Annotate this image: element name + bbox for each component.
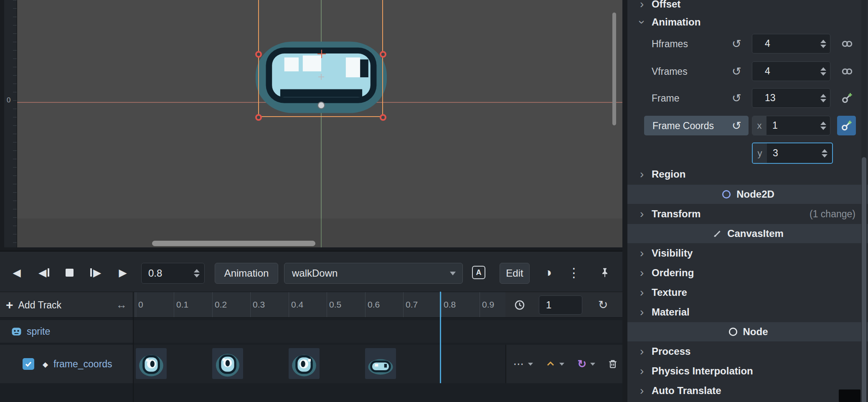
keyframe-thumbnail[interactable] [212,348,243,379]
timeline-ruler[interactable]: 0 0.1 0.2 0.3 0.4 0.5 0.6 0.7 0.8 0.9 [133,292,505,318]
hframes-spinbox[interactable]: 4 [752,34,830,53]
delete-track-button[interactable] [603,345,622,383]
animation-libraries-button[interactable]: A [468,262,490,283]
update-mode-dropdown[interactable]: ⋯ [507,345,539,383]
revert-button[interactable]: ↺ [732,65,741,78]
animation-length-spinbox[interactable]: 1 [539,295,582,315]
more-options-button[interactable]: ⋮ [565,262,583,283]
play-backwards-button[interactable]: ◀ [7,262,27,283]
track-name: frame_coords [53,359,112,370]
revert-button[interactable]: ↺ [732,92,741,105]
value-spinner[interactable] [822,149,827,158]
vertical-scrollbar[interactable] [612,13,616,125]
keyframe-thumbnail[interactable] [289,348,320,379]
chevron-right-icon: › [640,286,644,299]
interpolation-mode-dropdown[interactable] [540,345,570,383]
frame-coords-x-spinbox[interactable]: x 1 [752,116,830,135]
center-marker [318,74,324,80]
edit-button[interactable]: Edit [500,263,530,284]
track-row-sprite[interactable]: sprite [0,320,622,343]
section-animation[interactable]: › Animation [627,13,868,32]
ruler-label: 0.5 [329,300,341,310]
animation-menu-button[interactable]: Animation [215,263,278,284]
chevron-right-icon: › [640,207,644,221]
loop-wrap-mode-dropdown[interactable]: ↻ [571,345,602,383]
value-spinner[interactable] [820,67,826,76]
ruler-label: 0.4 [291,300,303,310]
y-axis-label: y [753,143,767,163]
stop-icon [66,269,74,277]
sprite-node-icon [11,326,22,337]
value-spinner[interactable] [820,94,826,102]
selection-rect [258,0,383,117]
play-backwards-from-end-button[interactable]: ◀ [34,262,54,283]
section-label: Transform [652,208,700,220]
play-button[interactable]: ▶ [113,262,133,283]
vframes-spinbox[interactable]: 4 [752,61,830,81]
stop-button[interactable] [59,262,79,283]
property-vframes: Vframes ↺ 4 [627,58,868,85]
section-visibility[interactable]: › Visibility [627,244,868,263]
ruler-label: 0.3 [253,300,265,310]
time-spinner[interactable] [194,269,200,277]
property-frame-coords-y: y 3 [627,140,868,167]
value-spinner[interactable] [820,122,826,130]
section-transform[interactable]: › Transform (1 change) [627,204,868,224]
play-from-start-button[interactable]: ▶ [86,262,106,283]
frame-spinbox[interactable]: 13 [752,88,830,108]
track-timeline[interactable] [134,320,622,343]
chevron-right-icon: › [640,168,644,181]
section-label: Texture [652,287,687,298]
scrollbar-thumb[interactable] [862,157,866,402]
insert-key-button[interactable] [839,90,855,107]
ruler-label: 0.6 [368,300,380,310]
linked-properties-button[interactable] [839,36,855,52]
track-enabled-checkbox[interactable] [23,358,34,370]
inspector-scrollbar[interactable] [861,0,867,402]
pin-panel-button[interactable] [593,262,617,283]
pivot-handle[interactable] [317,102,325,109]
loop-toggle-button[interactable]: ↻ [598,298,608,312]
current-time-spinbox[interactable]: 0.8 [141,263,205,284]
section-auto-translate[interactable]: › Auto Translate [627,381,868,400]
section-physics-interpolation[interactable]: › Physics Interpolation [627,361,868,381]
onion-skinning-button[interactable]: ◑ [537,262,559,283]
section-material[interactable]: › Material [627,303,868,322]
section-label: Animation [652,16,700,28]
track-settings: ⋯ ↻ [505,345,622,383]
revert-button[interactable]: ↺ [732,37,741,51]
section-region[interactable]: › Region [627,165,868,184]
viewport-2d[interactable]: 0 [0,0,622,251]
revert-button[interactable]: ↺ [732,119,741,132]
selection-handle-right[interactable] [380,51,386,58]
section-texture[interactable]: › Texture [627,283,868,302]
frame-coords-y-spinbox[interactable]: y 3 [752,142,833,164]
animation-select-dropdown[interactable]: walkDown [284,263,463,284]
horizontal-scrollbar[interactable] [152,241,315,246]
section-process[interactable]: › Process [627,342,868,361]
dots-icon: ⋯ [513,358,524,371]
godot-editor: 0 [0,0,868,402]
selection-handle-bottom-right[interactable] [380,114,386,121]
link-icon [841,38,853,50]
animation-library-icon: A [472,266,485,279]
track-column-divider [133,292,134,402]
section-ordering[interactable]: › Ordering [627,263,868,282]
canvas[interactable] [17,0,622,247]
check-icon [24,360,33,368]
kebab-icon: ⋮ [568,265,580,280]
loop-icon: ↻ [578,358,587,371]
insert-key-button-active[interactable] [837,116,856,135]
add-track-button[interactable]: + Add Track [6,296,89,314]
caret-icon [546,359,556,369]
keyframe-thumbnail[interactable] [136,348,167,379]
timeline-pan-icon[interactable]: ↔ [116,298,127,311]
playhead[interactable] [440,292,441,383]
value-spinner[interactable] [820,40,826,48]
linked-properties-button[interactable] [839,63,855,80]
keyframe-thumbnail[interactable] [365,348,396,379]
section-offset[interactable]: › Offset [627,0,868,14]
vertical-ruler[interactable]: 0 [4,0,17,247]
selection-handle-left[interactable] [255,51,262,58]
selection-handle-bottom-left[interactable] [255,114,262,121]
